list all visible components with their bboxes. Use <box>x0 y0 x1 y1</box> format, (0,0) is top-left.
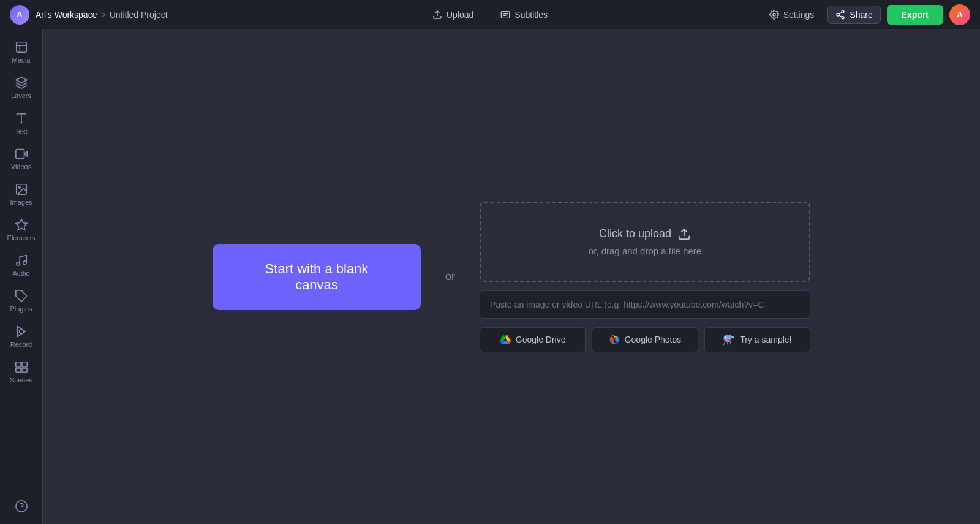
plugins-icon <box>15 289 28 303</box>
svg-line-9 <box>839 12 842 14</box>
upload-button[interactable]: Upload <box>426 6 480 23</box>
sidebar-label-record: Record <box>10 341 32 348</box>
export-button[interactable]: Export <box>887 5 943 25</box>
header-center: Upload Subtitles <box>426 6 554 23</box>
google-photos-label: Google Photos <box>625 335 682 344</box>
svg-point-5 <box>842 10 844 13</box>
drop-zone-title: Click to upload <box>599 227 691 241</box>
drag-drop-label: or, drag and drop a file here <box>589 246 701 256</box>
sidebar-label-videos: Videos <box>11 163 31 170</box>
sidebar-label-images: Images <box>10 199 32 206</box>
svg-point-4 <box>773 13 775 16</box>
header: A Ari's Workspace > Untitled Project Upl… <box>0 0 980 29</box>
scenes-icon <box>15 360 28 374</box>
svg-point-18 <box>16 262 20 266</box>
workspace-name[interactable]: Ari's Workspace <box>36 10 97 20</box>
sidebar-item-scenes[interactable]: Scenes <box>0 354 42 390</box>
workspace-avatar: A <box>10 5 29 25</box>
svg-rect-14 <box>15 150 24 159</box>
canvas-content: Start with a blank canvas or Click to up… <box>213 202 810 352</box>
settings-button[interactable]: Settings <box>762 6 822 23</box>
sidebar-item-elements[interactable]: Elements <box>0 212 42 248</box>
try-sample-label: Try a sample! <box>740 335 791 344</box>
svg-marker-11 <box>15 77 26 83</box>
google-photos-icon <box>609 334 620 345</box>
breadcrumb-separator: > <box>100 10 105 20</box>
share-button[interactable]: Share <box>827 6 880 24</box>
source-buttons: Google Drive Google Photos ⚗️ <box>480 327 810 352</box>
subtitles-label: Subtitles <box>514 10 548 20</box>
subtitles-icon <box>500 10 510 20</box>
videos-icon <box>15 147 28 161</box>
sidebar-label-text: Text <box>15 127 27 135</box>
drop-zone[interactable]: Click to upload or, drag and drop a file… <box>480 202 810 282</box>
sidebar-item-plugins[interactable]: Plugins <box>0 283 42 319</box>
svg-rect-26 <box>21 368 26 372</box>
google-drive-label: Google Drive <box>516 335 566 344</box>
media-icon <box>15 40 28 54</box>
svg-point-19 <box>23 261 26 265</box>
images-icon <box>15 183 28 196</box>
svg-point-7 <box>842 16 844 18</box>
google-drive-icon <box>500 334 511 345</box>
sidebar-label-audio: Audio <box>12 270 29 277</box>
url-input[interactable] <box>480 290 810 319</box>
sidebar-label-elements: Elements <box>7 234 36 241</box>
svg-rect-23 <box>15 362 20 367</box>
svg-rect-1 <box>502 11 510 18</box>
try-sample-button[interactable]: ⚗️ Try a sample! <box>704 327 810 352</box>
google-drive-button[interactable]: Google Drive <box>480 327 586 352</box>
header-right: Settings Share Export A <box>554 4 970 25</box>
click-to-upload-label: Click to upload <box>599 227 671 240</box>
sidebar-item-text[interactable]: Text <box>0 105 42 141</box>
body: Media Layers Text Videos <box>0 29 980 524</box>
google-photos-button[interactable]: Google Photos <box>592 327 698 352</box>
gear-icon <box>769 10 779 20</box>
svg-rect-24 <box>21 362 26 367</box>
audio-icon <box>15 254 28 267</box>
sidebar-item-audio[interactable]: Audio <box>0 248 42 283</box>
elements-icon <box>15 218 28 232</box>
svg-point-17 <box>18 186 20 188</box>
header-left: A Ari's Workspace > Untitled Project <box>10 5 426 25</box>
subtitles-button[interactable]: Subtitles <box>494 6 554 23</box>
sample-icon: ⚗️ <box>723 334 735 346</box>
sidebar-item-media[interactable]: Media <box>0 34 42 70</box>
sidebar-item-videos[interactable]: Videos <box>0 141 42 177</box>
share-icon <box>835 10 845 20</box>
svg-point-22 <box>19 329 23 333</box>
svg-rect-10 <box>16 42 26 53</box>
user-avatar[interactable]: A <box>949 4 970 25</box>
svg-marker-21 <box>17 327 25 337</box>
sidebar-help-button[interactable] <box>0 493 42 519</box>
svg-line-8 <box>839 15 842 17</box>
sidebar: Media Layers Text Videos <box>0 29 43 524</box>
settings-label: Settings <box>783 10 815 20</box>
upload-label: Upload <box>447 10 473 20</box>
upload-arrow-icon <box>677 227 691 241</box>
text-icon <box>15 112 28 125</box>
sidebar-label-layers: Layers <box>11 92 31 99</box>
layers-icon <box>15 76 28 89</box>
sidebar-label-plugins: Plugins <box>10 305 32 313</box>
upload-icon <box>432 10 442 20</box>
main-canvas: Start with a blank canvas or Click to up… <box>43 29 980 524</box>
sidebar-label-scenes: Scenes <box>10 376 32 384</box>
share-label: Share <box>850 10 872 20</box>
upload-panel: Click to upload or, drag and drop a file… <box>480 202 810 352</box>
blank-canvas-button[interactable]: Start with a blank canvas <box>213 244 421 310</box>
svg-rect-25 <box>15 368 20 372</box>
sidebar-item-layers[interactable]: Layers <box>0 70 42 105</box>
or-divider: or <box>445 270 455 283</box>
help-icon <box>15 499 28 513</box>
sidebar-label-media: Media <box>12 56 31 64</box>
sidebar-item-images[interactable]: Images <box>0 177 42 212</box>
breadcrumb: Ari's Workspace > Untitled Project <box>36 10 168 20</box>
sidebar-item-record[interactable]: Record <box>0 319 42 354</box>
record-icon <box>15 325 28 338</box>
svg-point-6 <box>837 13 839 16</box>
svg-point-27 <box>15 501 26 512</box>
project-name[interactable]: Untitled Project <box>110 10 168 20</box>
